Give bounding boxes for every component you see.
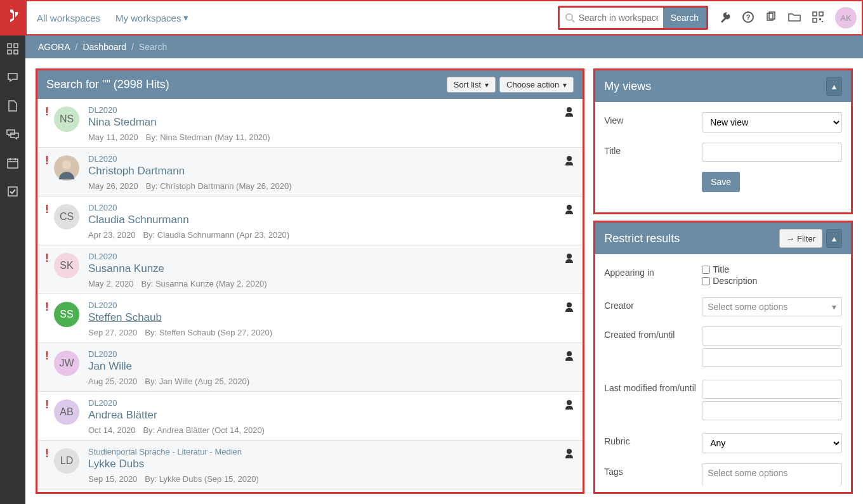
- result-info: DL2020Jan WilleAug 25, 2020By: Jan Wille…: [84, 349, 575, 386]
- collapse-button[interactable]: ▴: [826, 77, 842, 96]
- folder-icon[interactable]: [788, 11, 801, 25]
- result-name[interactable]: Andrea Blätter: [88, 409, 575, 422]
- chat-icon[interactable]: [7, 72, 18, 85]
- wrench-icon[interactable]: [720, 11, 731, 25]
- breadcrumb-root[interactable]: AGORA: [38, 42, 70, 52]
- person-icon: [565, 204, 574, 216]
- search-input[interactable]: [579, 13, 658, 23]
- title-input[interactable]: [702, 143, 842, 162]
- svg-rect-13: [8, 50, 11, 54]
- result-name[interactable]: Susanna Kunze: [88, 262, 575, 275]
- copy-icon[interactable]: [765, 11, 777, 25]
- checkbox-icon[interactable]: [7, 186, 18, 199]
- comments-icon[interactable]: [6, 129, 19, 142]
- modified-until-input[interactable]: [702, 401, 842, 420]
- restrict-title: Restrict results: [604, 232, 680, 245]
- result-item[interactable]: !DL2020Christoph DartmannMay 26, 2020By:…: [37, 148, 583, 197]
- choose-action-button[interactable]: Choose action: [499, 77, 574, 93]
- nav-all-workspaces[interactable]: All workspaces: [37, 13, 100, 23]
- avatar: SS: [54, 300, 84, 337]
- description-checkbox[interactable]: [702, 277, 710, 285]
- result-item[interactable]: !LDStudienportal Sprache - Literatur - M…: [37, 441, 583, 489]
- result-name[interactable]: Claudia Schnurmann: [88, 214, 575, 226]
- nav-links: All workspaces My workspaces ▾: [37, 12, 188, 23]
- result-item[interactable]: !ABDL2020Andrea BlätterOct 14, 2020By: A…: [37, 392, 583, 441]
- created-from-input[interactable]: [702, 326, 842, 346]
- result-item[interactable]: !SKDL2020Susanna KunzeMay 2, 2020By: Sus…: [37, 245, 583, 294]
- save-button[interactable]: Save: [702, 172, 740, 192]
- result-name[interactable]: Jan Wille: [88, 360, 575, 373]
- collapse-button[interactable]: ▴: [826, 229, 842, 248]
- result-by: By: Lykke Dubs (Sep 15, 2020): [145, 474, 258, 484]
- result-tag[interactable]: DL2020: [88, 398, 575, 408]
- person-icon: [565, 448, 574, 460]
- svg-rect-6: [813, 12, 817, 16]
- alert-icon: !: [45, 203, 54, 240]
- help-icon[interactable]: ?: [742, 11, 754, 25]
- tags-label: Tags: [604, 463, 702, 477]
- calendar-icon[interactable]: [7, 157, 18, 171]
- svg-point-0: [566, 14, 572, 20]
- user-avatar[interactable]: AK: [835, 7, 857, 29]
- svg-rect-7: [819, 12, 823, 16]
- avatar: NS: [54, 105, 84, 142]
- rubric-select[interactable]: Any: [702, 433, 842, 453]
- alert-icon: !: [45, 154, 54, 191]
- chevron-up-icon: ▴: [832, 233, 836, 243]
- app-logo[interactable]: [1, 0, 27, 36]
- result-name[interactable]: Steffen Schaub: [88, 311, 575, 324]
- person-icon: [565, 399, 574, 411]
- avatar: AB: [54, 398, 84, 435]
- result-name[interactable]: Lykke Dubs: [88, 458, 575, 470]
- svg-line-1: [572, 20, 574, 22]
- tags-select[interactable]: Select some options: [702, 463, 842, 486]
- result-tag[interactable]: DL2020: [88, 300, 575, 310]
- result-item[interactable]: !NSDL2020Nina StedmanMay 11, 2020By: Nin…: [37, 99, 583, 148]
- document-icon[interactable]: [8, 100, 18, 113]
- caret-down-icon: ▾: [832, 302, 836, 312]
- created-until-input[interactable]: [702, 348, 842, 367]
- result-name[interactable]: Christoph Dartmann: [88, 165, 575, 178]
- svg-rect-8: [813, 18, 817, 22]
- result-item[interactable]: !CSDL2020Claudia SchnurmannApr 23, 2020B…: [37, 197, 583, 245]
- title-checkbox[interactable]: [702, 266, 710, 274]
- avatar: SK: [54, 252, 84, 288]
- breadcrumb-section[interactable]: Dashboard: [82, 42, 126, 52]
- result-meta: May 26, 2020By: Christoph Dartmann (May …: [88, 181, 575, 191]
- svg-point-31: [567, 400, 572, 405]
- filter-button[interactable]: → Filter: [779, 229, 822, 248]
- result-tag[interactable]: DL2020: [88, 252, 575, 261]
- svg-rect-9: [819, 18, 821, 20]
- appearing-row: Appearing in Title Description: [604, 264, 842, 287]
- modified-from-input[interactable]: [702, 380, 842, 399]
- chevron-down-icon: ▾: [183, 12, 188, 23]
- search-button[interactable]: Search: [663, 8, 706, 28]
- search-icon: [565, 13, 575, 23]
- svg-point-26: [567, 156, 572, 161]
- result-tag[interactable]: Studienportal Sprache - Literatur - Medi…: [88, 447, 575, 456]
- alert-icon: !: [45, 300, 54, 337]
- sort-list-button[interactable]: Sort list: [447, 77, 496, 93]
- result-tag[interactable]: DL2020: [88, 105, 575, 115]
- breadcrumb-sep: /: [131, 42, 134, 52]
- result-info: DL2020Susanna KunzeMay 2, 2020By: Susann…: [84, 252, 575, 288]
- dashboard-icon[interactable]: [7, 43, 18, 56]
- result-info: DL2020Andrea BlätterOct 14, 2020By: Andr…: [84, 398, 575, 435]
- result-info: DL2020Nina StedmanMay 11, 2020By: Nina S…: [84, 105, 575, 142]
- nav-my-workspaces[interactable]: My workspaces ▾: [115, 12, 188, 23]
- qr-icon[interactable]: [812, 11, 824, 25]
- result-item[interactable]: !JWDL2020Jan WilleAug 25, 2020By: Jan Wi…: [37, 343, 583, 392]
- result-by: By: Claudia Schnurmann (Apr 23, 2020): [143, 230, 289, 240]
- result-name[interactable]: Nina Stedman: [88, 116, 575, 129]
- result-info: DL2020Claudia SchnurmannApr 23, 2020By: …: [84, 203, 575, 240]
- result-tag[interactable]: DL2020: [88, 154, 575, 164]
- results-title: Search for "" (2998 Hits): [46, 78, 169, 91]
- creator-select[interactable]: Select some options ▾: [702, 297, 842, 316]
- result-item[interactable]: !SSDL2020Steffen SchaubSep 27, 2020By: S…: [37, 294, 583, 343]
- svg-rect-10: [822, 21, 823, 22]
- view-select[interactable]: New view: [702, 112, 842, 132]
- rubric-row: Rubric Any: [604, 433, 842, 453]
- result-tag[interactable]: DL2020: [88, 203, 575, 212]
- avatar: LD: [54, 447, 84, 484]
- result-tag[interactable]: DL2020: [88, 349, 575, 359]
